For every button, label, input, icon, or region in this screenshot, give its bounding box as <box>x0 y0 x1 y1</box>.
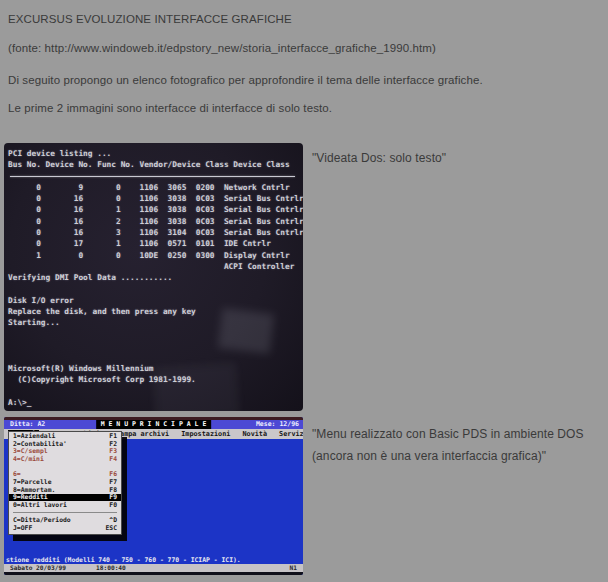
dos-screenshot-photo: PCI device listing ... Bus No. Device No… <box>4 143 303 411</box>
photo-bottom-edge <box>4 572 303 575</box>
status-right-indicator: N1 <box>290 564 297 572</box>
menu-photo-caption-line2: (ancora non è una vera interfaccia grafi… <box>312 449 546 463</box>
company-label: Ditta: A2 <box>10 420 45 429</box>
menu-item-servizi: Servizi <box>279 430 303 438</box>
dropdown-item: 4=C/miniF4 <box>9 455 121 463</box>
screen-reflection <box>152 362 240 411</box>
dropdown-item: 7=ParcelleF7 <box>9 478 121 486</box>
page-title: EXCURSUS EVOLUZIONE INTERFACCE GRAFICHE <box>8 13 292 25</box>
dropdown-item: 6=F6 <box>9 470 121 478</box>
dropdown-item: 1=AziendaliF1 <box>9 432 121 440</box>
status-message-line: stione redditi (Modelli 740 - 750 - 760 … <box>6 556 241 564</box>
dropdown-item: 8=Ammortam.F8 <box>9 486 121 494</box>
menu-photo-caption-line1: "Menu realizzato con Basic PDS in ambien… <box>312 427 584 441</box>
dropdown-blank-row <box>9 463 121 471</box>
dos-table-rule <box>10 176 295 177</box>
intro-line: Di seguito propongo un elenco fotografic… <box>8 74 483 86</box>
status-date: Sabato 20/03/99 <box>10 564 66 572</box>
dropdown-item: 0=Altri lavoriF0 <box>9 501 121 509</box>
menu-screenshot-photo: Ditta: A2 M E N U P R I N C I P A L E Me… <box>4 417 303 575</box>
month-label: Mese: 12/96 <box>256 420 299 429</box>
dropdown-item-selected: 9=RedditiF9 <box>9 494 121 502</box>
dropdown-item: 3=C/semplF3 <box>9 447 121 455</box>
status-time: 18:00:40 <box>96 564 126 572</box>
menu-title-bar: Ditta: A2 M E N U P R I N C I P A L E Me… <box>4 420 303 429</box>
dos-photo-caption: "Videata Dos: solo testo" <box>312 151 446 165</box>
status-bar: Sabato 20/03/99 18:00:40 N1 <box>4 564 303 572</box>
document-page: EXCURSUS EVOLUZIONE INTERFACCE GRAFICHE … <box>0 0 608 582</box>
lavori-dropdown-menu: 1=AziendaliF1 2=Contabilita'F2 3=C/sempl… <box>8 431 122 535</box>
dropdown-item: J=OFFESC <box>9 524 121 532</box>
dropdown-item: 2=Contabilita'F2 <box>9 440 121 448</box>
dropdown-item: C=Ditta/Periodo^D <box>9 517 121 525</box>
dropdown-separator <box>9 509 121 517</box>
main-menu-title: M E N U P R I N C I P A L E <box>96 420 212 429</box>
note-line: Le prime 2 immagini sono interfacce di i… <box>8 102 332 114</box>
screen-reflection <box>218 308 274 354</box>
menu-item-novita: Novità <box>242 430 267 438</box>
source-line: (fonte: http://www.windoweb.it/edpstory_… <box>8 42 436 54</box>
menu-item-impostazioni: Impostazioni <box>181 430 230 438</box>
